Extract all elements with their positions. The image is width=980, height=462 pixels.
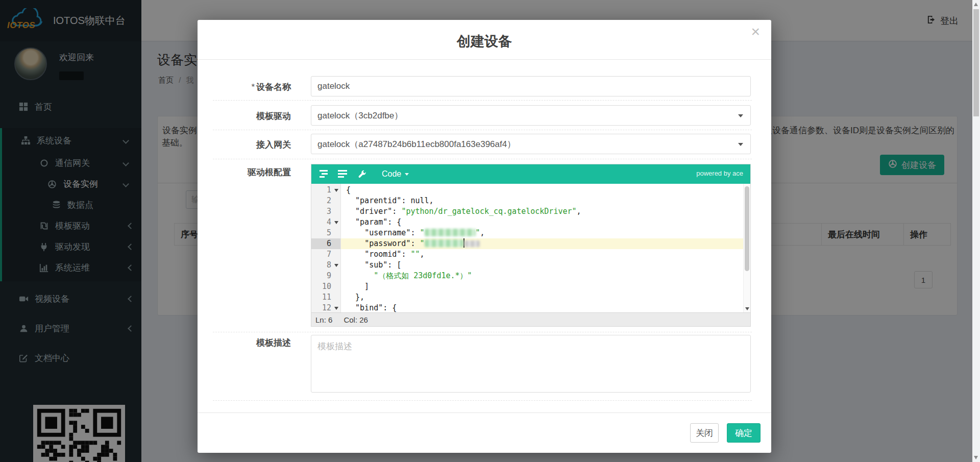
device-name-input[interactable]	[311, 76, 751, 96]
fold-arrow-icon[interactable]	[334, 221, 338, 224]
template-driver-value: gatelock（3cb2dfbe）	[317, 110, 403, 121]
app-window: IOTOS IOTOS物联中台 欢迎回来 首页系统设备通信网关设备实例数据点模板…	[0, 0, 980, 462]
format-json-button[interactable]	[316, 167, 330, 181]
status-column-number: Col: 26	[344, 315, 368, 324]
template-driver-label: 模板驱动	[198, 110, 291, 122]
scroll-down-arrow-icon[interactable]	[974, 456, 978, 459]
compact-json-button[interactable]	[336, 167, 349, 181]
create-device-modal: 创建设备 × *设备名称 模板驱动 gatelock（3cb2dfbe） 接入网…	[198, 20, 771, 453]
gutter-line-7: 7	[311, 249, 340, 260]
template-description-textarea[interactable]	[311, 335, 751, 393]
gutter-line-9: 9	[311, 271, 340, 281]
gutter-line-8: 8	[311, 260, 340, 271]
status-line-number: Ln: 6	[315, 315, 332, 324]
editor-gutter: 123456789101112	[311, 184, 341, 312]
gutter-line-11: 11	[311, 292, 340, 303]
gutter-line-2: 2	[311, 196, 340, 206]
row-separator	[213, 130, 752, 130]
repair-json-wrench-icon[interactable]	[355, 167, 369, 181]
fold-arrow-icon[interactable]	[334, 189, 338, 192]
gutter-line-6: 6	[311, 238, 340, 249]
modal-title: 创建设备	[198, 32, 771, 51]
window-scrollbar-thumb[interactable]	[973, 9, 979, 116]
code-line-5: "username": "",	[341, 228, 750, 238]
modal-header: 创建设备 ×	[198, 20, 771, 60]
code-line-6: "password": "	[341, 238, 750, 249]
required-asterisk: *	[251, 82, 255, 92]
powered-by-ace-link[interactable]: powered by ace	[696, 169, 743, 177]
code-line-1: {	[341, 185, 750, 196]
modal-footer: 关闭 确定	[198, 412, 771, 453]
redacted-password-value	[425, 239, 463, 247]
row-separator	[213, 332, 752, 332]
close-button[interactable]: 关闭	[690, 423, 719, 443]
code-line-4: "param": {	[341, 217, 750, 228]
access-gateway-value: gatelock（a27487b24b6b11ecb800fa163e396af…	[317, 138, 516, 150]
editor-lines: { "parentid": null, "driver": "python/dr…	[341, 184, 750, 312]
redacted-username-value	[425, 229, 476, 236]
gutter-line-5: 5	[311, 228, 340, 238]
row-separator	[213, 100, 752, 101]
driver-config-label: 驱动根配置	[198, 166, 291, 178]
code-line-9: "（格式如 23d0fd1e.*）"	[341, 271, 750, 281]
access-gateway-select[interactable]: gatelock（a27487b24b6b11ecb800fa163e396af…	[311, 134, 751, 154]
editor-scrollbar[interactable]	[743, 184, 750, 312]
gutter-line-12: 12	[311, 303, 340, 312]
close-icon[interactable]: ×	[751, 24, 760, 39]
window-scrollbar[interactable]	[972, 0, 980, 462]
caret-down-icon	[738, 114, 743, 117]
row-separator	[213, 159, 752, 159]
fold-arrow-icon[interactable]	[334, 264, 338, 267]
gutter-line-1: 1	[311, 185, 340, 196]
json-editor-toolbar: Code powered by ace	[311, 164, 750, 184]
code-line-2: "parentid": null,	[341, 196, 750, 206]
code-line-8: "sub": [	[341, 260, 750, 271]
caret-down-icon	[405, 173, 409, 176]
code-line-7: "roomid": "",	[341, 249, 750, 260]
device-name-label: *设备名称	[198, 81, 291, 93]
editor-status-bar: Ln: 6 Col: 26	[311, 312, 750, 326]
access-gateway-label: 接入网关	[198, 139, 291, 151]
confirm-button[interactable]: 确定	[727, 423, 761, 443]
gutter-line-4: 4	[311, 217, 340, 228]
caret-down-icon	[738, 143, 743, 146]
redacted-text	[464, 240, 480, 247]
fold-arrow-icon[interactable]	[334, 307, 338, 310]
template-description-label: 模板描述	[198, 337, 291, 349]
editor-scrollbar-thumb[interactable]	[745, 186, 749, 271]
row-separator	[213, 400, 752, 401]
scroll-down-arrow-icon[interactable]	[745, 307, 749, 310]
code-line-11: },	[341, 292, 750, 303]
editor-mode-dropdown[interactable]: Code	[382, 169, 409, 179]
template-driver-select[interactable]: gatelock（3cb2dfbe）	[311, 105, 751, 126]
gutter-line-3: 3	[311, 206, 340, 217]
gutter-line-10: 10	[311, 281, 340, 292]
code-area[interactable]: 123456789101112 { "parentid": null, "dri…	[311, 184, 750, 312]
scroll-up-arrow-icon[interactable]	[974, 3, 978, 6]
code-line-12: "bind": {	[341, 303, 750, 312]
json-editor: Code powered by ace 123456789101112 { "p…	[311, 164, 751, 327]
code-line-10: ]	[341, 281, 750, 292]
code-line-3: "driver": "python/dr_gatelock_cq.gateloc…	[341, 206, 750, 217]
editor-mode-label: Code	[382, 169, 401, 179]
